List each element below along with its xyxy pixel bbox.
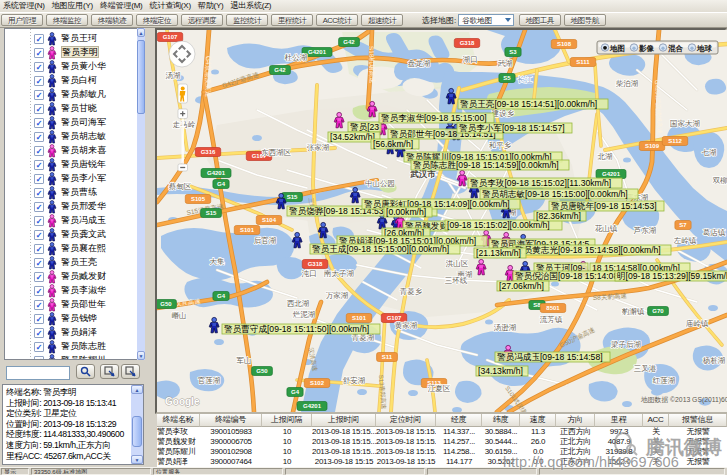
svg-text:江夏区: 江夏区: [428, 384, 451, 393]
svg-text:青菱乡: 青菱乡: [400, 287, 423, 296]
svg-text:[27.06km/h]: [27.06km/h]: [499, 281, 544, 291]
svg-text:七湖: 七湖: [702, 148, 717, 157]
svg-text:G4: G4: [291, 389, 300, 395]
svg-text:北湖: 北湖: [598, 152, 613, 161]
svg-text:盘龙湖: 盘龙湖: [408, 59, 431, 68]
svg-text:大集: 大集: [210, 257, 226, 266]
svg-text:G4: G4: [217, 293, 226, 299]
svg-text:G318: G318: [460, 40, 475, 46]
svg-text:黄家湖: 黄家湖: [395, 321, 418, 330]
svg-text:Google: Google: [165, 396, 200, 407]
svg-text:S108: S108: [557, 41, 572, 47]
svg-text:混合: 混合: [667, 44, 684, 53]
svg-text:警员胡志敏[09-18 15:15:00][0.00km/h: 警员胡志敏[09-18 15:15:00][0.00km/h]: [482, 189, 628, 199]
svg-text:地图: 地图: [609, 44, 625, 53]
svg-text:后官湖: 后官湖: [254, 236, 277, 245]
svg-text:左岭镇: 左岭镇: [674, 236, 697, 245]
svg-text:8501: 8501: [546, 305, 560, 311]
svg-text:S112: S112: [668, 138, 682, 144]
svg-text:G4201: G4201: [308, 49, 327, 55]
svg-text:芦东湖: 芦东湖: [634, 226, 657, 235]
svg-text:和平乡: 和平乡: [489, 141, 512, 150]
svg-text:[56.6km/h]: [56.6km/h]: [373, 139, 413, 149]
svg-text:红莲湖: 红莲湖: [652, 376, 676, 385]
svg-text:杨桩湖: 杨桩湖: [702, 356, 726, 365]
svg-text:烂泥湖: 烂泥湖: [293, 310, 316, 319]
svg-text:柴泊湖: 柴泊湖: [616, 79, 639, 88]
svg-text:S111: S111: [576, 59, 590, 65]
svg-text:警员李淑华[09-18 15:15:00]: 警员李淑华[09-18 15:15:00]: [381, 113, 487, 123]
svg-text:[34.52km/h]: [34.52km/h]: [330, 132, 375, 142]
svg-text:S105: S105: [191, 196, 206, 202]
svg-text:G70: G70: [652, 308, 664, 314]
svg-text:警员[23: 警员[23: [350, 122, 379, 132]
svg-text:警员冯成玉[09-18 15:14:58]: 警员冯成玉[09-18 15:14:58]: [497, 352, 603, 362]
svg-text:[09-18 15:15:02][0.00km/h]: [09-18 15:15:02][0.00km/h]: [447, 220, 550, 230]
svg-text:[21.13km/h]: [21.13km/h]: [476, 248, 521, 258]
svg-text:三环线: 三环线: [445, 276, 468, 285]
svg-text:洪山区: 洪山区: [446, 259, 469, 268]
svg-text:[34.13km/h]: [34.13km/h]: [478, 366, 523, 376]
svg-text:汤逊湖: 汤逊湖: [494, 323, 517, 332]
svg-text:G4: G4: [217, 181, 226, 187]
svg-text:南太子湖: 南太子湖: [323, 269, 354, 278]
svg-text:万家湖: 万家湖: [326, 291, 349, 300]
svg-text:蔡甸区: 蔡甸区: [169, 182, 192, 191]
svg-text:杜公湖: 杜公湖: [284, 53, 308, 62]
svg-text:警员倪治国[09-18 15:14:08]: 警员倪治国[09-18 15:14:08]: [515, 271, 621, 281]
svg-text:庙岭镇: 庙岭镇: [686, 319, 709, 328]
svg-text:长江: 长江: [517, 75, 534, 84]
svg-text:G42: G42: [343, 39, 355, 45]
svg-text:G4201: G4201: [602, 171, 621, 177]
svg-text:S3: S3: [509, 49, 517, 55]
svg-text:S109: S109: [645, 143, 660, 149]
svg-text:警员曹守成[09-18 15:11:50][0.00km/h: 警员曹守成[09-18 15:11:50][0.00km/h]: [224, 324, 369, 334]
svg-text:中山公园: 中山公园: [365, 179, 395, 188]
svg-text:国家大湖: 国家大湖: [670, 119, 700, 128]
svg-text:㟭山: 㟭山: [172, 311, 187, 320]
svg-text:G4201: G4201: [303, 403, 322, 409]
svg-text:张家湖: 张家湖: [307, 143, 330, 152]
svg-text:地球: 地球: [696, 44, 713, 53]
svg-text:花山镇: 花山镇: [595, 224, 618, 233]
svg-text:G4京港澳高速: G4京港澳高速: [204, 56, 212, 97]
svg-text:S5: S5: [503, 75, 511, 81]
svg-text:葛店镇: 葛店镇: [703, 228, 726, 237]
svg-text:军山: 军山: [237, 356, 252, 365]
svg-text:流芳镇: 流芳镇: [540, 315, 563, 324]
svg-text:警员李玫[09-18 15:15:02][11.30km/h: 警员李玫[09-18 15:15:02][11.30km/h]: [470, 178, 611, 188]
svg-text:梁子后湖: 梁子后湖: [611, 340, 641, 349]
svg-text:武湖: 武湖: [498, 59, 513, 68]
svg-text:警员黄志光[09-18 15:14:58][0.00km/h: 警员黄志光[09-18 15:14:58][0.00km/h]: [515, 245, 661, 255]
svg-text:警员王成[09-18 15:15:00][0.00km/h]: 警员王成[09-18 15:15:00][0.00km/h]: [312, 244, 449, 254]
svg-text:地图数据 ©2013 GS(2011)6020号: 地图数据 ©2013 GS(2011)6020号: [640, 396, 727, 404]
svg-text:警员李小军[09-18 15:14:57]: 警员李小军[09-18 15:14:57]: [459, 123, 565, 133]
svg-text:警员唐晓年[09-18 15:14:53]: 警员唐晓年[09-18 15:14:53]: [551, 201, 657, 211]
svg-text:影像: 影像: [638, 44, 655, 53]
svg-text:G42: G42: [274, 67, 286, 73]
svg-text:G316: G316: [201, 149, 216, 155]
svg-text:湖口: 湖口: [463, 55, 478, 64]
svg-text:G50: G50: [160, 301, 172, 307]
svg-text:官莲湖: 官莲湖: [198, 376, 221, 385]
svg-text:S15: S15: [206, 210, 217, 216]
svg-text:S104: S104: [262, 217, 277, 223]
svg-text:豹澥镇: 豹澥镇: [622, 307, 645, 316]
svg-text:三叉港: 三叉港: [634, 364, 657, 373]
svg-text:明[09-18 15:13:29][59.15km/h]: 明[09-18 15:13:29][59.15km/h]: [617, 271, 727, 281]
svg-text:警员王亮[09-18 15:14:51][0.00km/h]: 警员王亮[09-18 15:14:51][0.00km/h]: [460, 99, 597, 109]
svg-text:双柳: 双柳: [713, 176, 727, 185]
svg-text:S101: S101: [352, 315, 367, 321]
svg-text:[82.36km/h]: [82.36km/h]: [536, 211, 581, 221]
svg-text:舒安湖: 舒安湖: [343, 376, 366, 385]
svg-text:汤湖: 汤湖: [166, 71, 181, 80]
svg-text:S7: S7: [679, 222, 687, 228]
svg-text:G107: G107: [163, 34, 178, 40]
svg-text:S11: S11: [382, 354, 393, 360]
svg-text:沌口: 沌口: [302, 269, 317, 278]
svg-text:S101: S101: [240, 227, 255, 233]
svg-text:G50: G50: [256, 368, 268, 374]
svg-text:西北湖: 西北湖: [287, 299, 310, 308]
svg-text:G318: G318: [308, 261, 323, 267]
svg-text:东西湖区: 东西湖区: [261, 148, 292, 157]
